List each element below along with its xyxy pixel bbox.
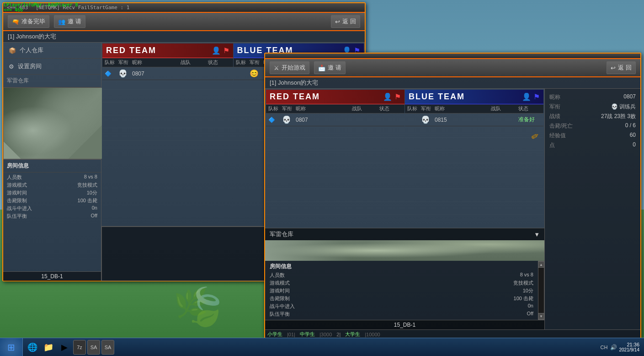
w2-kill-row: 击毙限制 100 击毙	[270, 295, 533, 302]
invite-icon: 📩	[318, 65, 325, 71]
room-players-row: 人员数 8 vs 8	[7, 173, 97, 181]
window2-red-team: RED TEAM 👤 ⚑ 队标军衔昵称战队状态 🔷 💀	[266, 90, 404, 227]
clock-date: 2021/9/14	[619, 347, 640, 352]
w2-red-rank: 💀	[282, 115, 296, 124]
ready-button[interactable]: 🔫 准备完毕	[8, 15, 49, 28]
window2-room-name: [1] Johnson的大宅	[265, 77, 640, 89]
kd-stat-row: 击毙/死亡 0 / 6	[549, 121, 636, 131]
battles-stat-row: 战绩 27战 23胜 3败	[549, 112, 636, 121]
clock-time: 21:36	[619, 342, 640, 347]
window2-blue-team: BLUE TEAM 👤 ⚑ 队标军衔昵称战队状态 💀	[405, 90, 543, 227]
w2-scroll-up[interactable]: ▲	[538, 261, 544, 268]
w2-red-empty	[266, 126, 404, 227]
map-dropdown-2[interactable]: 军雷仓库 ▼	[265, 228, 544, 240]
folder-icon[interactable]: 📁	[41, 340, 56, 355]
person-silhouette-icon: 👤	[212, 46, 221, 55]
xp-label-2: 中学生	[300, 331, 315, 338]
room-kill-row: 击毙限制 100 击毙	[7, 197, 97, 205]
w2-red-player-1: 🔷 💀 0807	[266, 113, 404, 126]
7zip-icon[interactable]: 7z	[73, 340, 86, 355]
back-button[interactable]: ↩ 返 回	[331, 15, 360, 28]
media-player-icon[interactable]: ▶	[57, 340, 72, 355]
w2-scroll-down[interactable]: ▼	[538, 313, 544, 319]
rank-icon: 💀	[118, 69, 132, 78]
player-name: 0807	[132, 70, 181, 77]
map-preview-2	[265, 240, 544, 261]
map-label: 军雷仓库	[3, 75, 101, 87]
room-midjoin-row: 战斗中进入 0n	[7, 205, 97, 212]
invite-button[interactable]: 👥 邀 请	[54, 15, 85, 28]
ie-icon[interactable]: 🌐	[25, 340, 40, 355]
warehouse-button[interactable]: 📦 个人仓库	[3, 43, 101, 59]
room-info-scrollbar[interactable]: ▲ ▼	[538, 261, 544, 320]
w2-red-flag-icon: ⚑	[394, 92, 401, 101]
red-team-header-1: RED TEAM 👤 ⚑	[102, 43, 233, 58]
window1-sidebar: 📦 个人仓库 ⚙ 设置房间 军雷仓库 房间信息	[3, 43, 101, 281]
w2-room-info-title: 房间信息	[270, 263, 533, 270]
window2-blue-header: BLUE TEAM 👤 ⚑	[405, 90, 543, 104]
rank-stat-row: 军衔 💀 训练兵	[549, 102, 636, 112]
w2-players-row: 人员数 8 vs 8	[270, 271, 533, 279]
red-team-empty-rows	[102, 80, 233, 153]
nickname-stat-row: 昵称 0807	[549, 92, 636, 102]
map-preview-1	[3, 87, 101, 159]
windows-logo-icon: ⊞	[7, 342, 15, 353]
decorative-leaf-2: 🍃	[183, 286, 229, 329]
speaker-icon: 🔊	[610, 344, 617, 351]
w2-blue-person-icon: 👤	[522, 92, 531, 101]
window2-stats-panel: 昵称 0807 军衔 💀 训练兵 战绩 27战 23胜 3败	[544, 89, 640, 329]
window2-red-header: RED TEAM 👤 ⚑	[266, 90, 404, 104]
w2-blue-player-1: 💀 0815 准备好	[405, 113, 543, 126]
red-team-column-headers: 队标军衔昵称战队状态	[102, 58, 233, 67]
window2-titlebar	[265, 54, 640, 59]
room-balance-row: 队伍平衡 Off	[7, 212, 97, 220]
w2-red-person-icon: 👤	[383, 92, 392, 101]
room-time-row: 游戏时间 10分	[7, 189, 97, 197]
w2-red-name: 0807	[296, 117, 352, 123]
game-lobby-window-2: ⚔ 开始游戏 📩 邀 请 ↩ 返 回 [1] Johnson的大宅	[264, 53, 641, 339]
window2-invite-button[interactable]: 📩 邀 请	[314, 61, 346, 74]
xp-label-3: 2|	[336, 332, 341, 337]
lang-indicator: CH	[601, 345, 608, 350]
map-name-bar-1: 15_DB-1	[3, 271, 101, 281]
window1-room-name: [1] Johnson的大宅	[3, 31, 365, 43]
window2-header: ⚔ 开始游戏 📩 邀 请 ↩ 返 回	[265, 59, 640, 77]
gun-icon: 🔫	[12, 18, 19, 25]
w2-blue-columns: 队标军衔昵称战队状态	[405, 104, 543, 113]
taskbar-clock: 21:36 2021/9/14	[619, 342, 640, 352]
sa-icon-2[interactable]: SA	[101, 340, 114, 355]
window1-header: 🔫 准备完毕 👥 邀 请 ↩ 返 回	[3, 13, 365, 31]
w2-blue-status: 准备好	[518, 116, 541, 124]
start-game-button[interactable]: ⚔ 开始游戏	[270, 61, 309, 74]
debug-output: CPlayerInfoMgr::AddPlayer 8 <== 466	[4, 2, 78, 12]
blue-rank-icon: 😊	[250, 69, 263, 78]
xp-label-1: 小学生	[267, 331, 282, 338]
taskbar: ⊞ 🌐 📁 ▶ 7z SA SA CH 🔊 21:36 2021/9/14	[0, 338, 644, 356]
window2-back-button[interactable]: ↩ 返 回	[607, 61, 636, 74]
w2-blue-empty: ✏	[405, 126, 543, 227]
sa-icon-1[interactable]: SA	[87, 340, 100, 355]
xp-sep-1: |01|	[287, 332, 295, 337]
pencil-icon: ✏	[529, 129, 541, 143]
dropdown-arrow-icon: ▼	[534, 231, 540, 238]
back-icon: ↩	[335, 18, 340, 25]
w2-blue-rank: 💀	[421, 115, 435, 124]
person-icon: 👥	[58, 18, 65, 25]
w2-red-columns: 队标军衔昵称战队状态	[266, 104, 404, 113]
map-name-bar-2: 15_DB-1	[265, 320, 544, 329]
w2-blue-flag-icon: ⚑	[533, 92, 540, 101]
taskbar-icons: 🌐 📁 ▶ 7z SA SA	[23, 340, 117, 355]
xp-label-4: 大学生	[345, 331, 360, 338]
window2-status-bar: 小学生 |01| 中学生 |3000 2| 大学生 |10000	[265, 329, 640, 339]
room-info-title: 房间信息	[3, 159, 101, 173]
settings-button[interactable]: ⚙ 设置房间	[3, 59, 101, 75]
exp-stat-row: 经验值 60	[549, 131, 636, 140]
w2-blue-name: 0815	[435, 117, 491, 123]
red-flag-icon: ⚑	[223, 46, 229, 55]
stat-rank-icon: 💀	[611, 103, 618, 110]
w2-time-row: 游戏时间 10分	[270, 287, 533, 295]
room-mode-row: 游戏模式 竞技模式	[7, 181, 97, 189]
start-button[interactable]: ⊞	[0, 338, 23, 356]
red-team-player-1: 🔷 💀 0807	[102, 67, 233, 80]
xp-sep-3: |10000	[365, 332, 380, 337]
